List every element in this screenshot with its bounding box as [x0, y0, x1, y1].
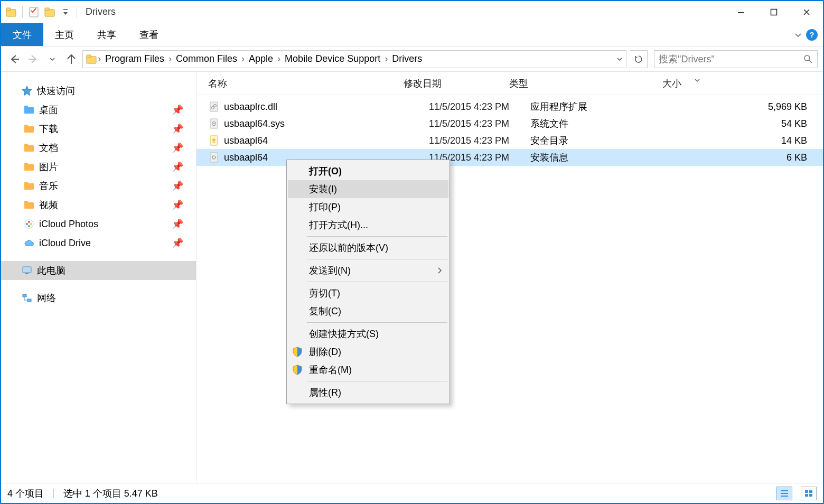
refresh-button[interactable]	[630, 50, 648, 68]
recent-dropdown-icon[interactable]	[44, 51, 60, 67]
folder-icon	[23, 180, 35, 192]
breadcrumb-item[interactable]: Program Files	[102, 53, 167, 64]
file-name: usbaapl64.sys	[224, 118, 404, 129]
chevron-right-icon[interactable]: ›	[383, 53, 389, 64]
menu-print[interactable]: 打印(P)	[288, 198, 448, 216]
sidebar-item-downloads[interactable]: 下载 📌	[1, 119, 196, 138]
menu-rename[interactable]: 重命名(M)	[288, 361, 448, 379]
sidebar-label: iCloud Drive	[39, 238, 91, 249]
forward-button[interactable]	[25, 51, 41, 67]
details-view-button[interactable]	[776, 487, 792, 500]
sidebar-label: 桌面	[39, 104, 58, 116]
menu-open[interactable]: 打开(O)	[288, 162, 448, 180]
file-type: 安全目录	[509, 134, 662, 147]
menu-separator	[307, 236, 447, 237]
breadcrumb-item[interactable]: Common Files	[173, 53, 240, 64]
sidebar-this-pc[interactable]: 此电脑	[1, 261, 196, 280]
pin-icon: 📌	[172, 123, 183, 135]
svg-rect-6	[738, 12, 744, 13]
svg-rect-31	[27, 299, 31, 302]
pin-icon: 📌	[172, 199, 183, 211]
tab-file[interactable]: 文件	[1, 23, 43, 46]
file-name: usbaaplrc.dll	[224, 101, 404, 113]
up-button[interactable]	[63, 51, 79, 67]
file-row[interactable]: usbaapl64.sys 11/5/2015 4:23 PM 系统文件 54 …	[196, 115, 823, 132]
sidebar-item-music[interactable]: 音乐 📌	[1, 176, 196, 195]
breadcrumb-item[interactable]: Mobile Device Support	[282, 53, 383, 64]
svg-rect-45	[805, 490, 808, 493]
menu-properties[interactable]: 属性(R)	[288, 384, 448, 402]
tab-share[interactable]: 共享	[86, 23, 128, 46]
menu-copy[interactable]: 复制(C)	[288, 302, 448, 320]
column-name[interactable]: 名称	[208, 77, 404, 90]
address-dropdown-icon[interactable]	[616, 56, 623, 62]
sidebar-quick-access[interactable]: 快速访问	[1, 81, 196, 100]
menu-send-to[interactable]: 发送到(N)	[288, 262, 448, 279]
tab-view[interactable]: 查看	[128, 23, 170, 46]
sidebar-item-desktop[interactable]: 桌面 📌	[1, 100, 196, 119]
cat-file-icon	[208, 135, 220, 146]
svg-point-25	[30, 223, 32, 225]
svg-rect-9	[87, 55, 91, 58]
status-bar: 4 个项目 | 选中 1 个项目 5.47 KB	[1, 483, 823, 503]
qat-dropdown-icon[interactable]	[58, 3, 73, 22]
chevron-right-icon[interactable]: ›	[276, 53, 282, 64]
folder-icon	[23, 104, 35, 116]
sidebar-label: 文档	[39, 142, 58, 154]
svg-rect-20	[24, 182, 28, 184]
sidebar-label: 网络	[37, 292, 56, 304]
sort-indicator-icon	[694, 78, 700, 82]
tab-home[interactable]: 主页	[43, 23, 86, 46]
new-folder-qat-icon[interactable]	[42, 3, 58, 22]
sidebar-item-videos[interactable]: 视频 📌	[1, 195, 196, 214]
minimize-button[interactable]	[725, 2, 757, 23]
chevron-right-icon[interactable]: ›	[97, 53, 102, 64]
thumbnails-view-button[interactable]	[801, 487, 817, 500]
menu-cut[interactable]: 剪切(T)	[288, 284, 448, 302]
svg-point-27	[26, 223, 28, 225]
svg-rect-40	[210, 153, 218, 162]
sidebar-item-icloud-drive[interactable]: iCloud Drive 📌	[1, 234, 196, 253]
sidebar-label: 下载	[39, 123, 58, 135]
address-bar[interactable]: › Program Files › Common Files › Apple ›…	[82, 50, 626, 68]
chevron-right-icon[interactable]: ›	[240, 53, 246, 64]
back-button[interactable]	[6, 51, 22, 67]
close-button[interactable]	[790, 2, 823, 23]
ribbon-expand-icon[interactable]	[794, 31, 802, 39]
maximize-button[interactable]	[757, 2, 790, 23]
pin-icon: 📌	[172, 237, 183, 249]
quick-access-toolbar	[3, 3, 80, 22]
navigation-bar: › Program Files › Common Files › Apple ›…	[1, 46, 823, 72]
column-type[interactable]: 类型	[509, 77, 662, 90]
sidebar-label: 音乐	[39, 180, 58, 192]
cloud-icon	[23, 237, 35, 249]
menu-restore[interactable]: 还原以前的版本(V)	[288, 239, 448, 257]
breadcrumb-item[interactable]: Drivers	[389, 53, 425, 64]
menu-delete[interactable]: 删除(D)	[288, 343, 448, 361]
sidebar-network[interactable]: 网络	[1, 288, 196, 307]
svg-rect-1	[6, 8, 11, 11]
column-size[interactable]: 大小	[662, 77, 823, 90]
sidebar-label: 此电脑	[37, 264, 65, 277]
file-row[interactable]: usbaaplrc.dll 11/5/2015 4:23 PM 应用程序扩展 5…	[196, 98, 823, 115]
help-button[interactable]: ?	[806, 29, 818, 41]
sidebar-item-icloud-photos[interactable]: iCloud Photos 📌	[1, 214, 196, 234]
chevron-right-icon[interactable]: ›	[167, 53, 173, 64]
file-row[interactable]: usbaapl64 11/5/2015 4:23 PM 安全目录 14 KB	[196, 132, 823, 149]
svg-point-24	[28, 221, 30, 223]
menu-open-with[interactable]: 打开方式(H)...	[288, 216, 448, 234]
app-icon[interactable]	[3, 3, 19, 22]
search-input[interactable]: 搜索"Drivers"	[654, 50, 818, 68]
properties-qat-icon[interactable]	[26, 3, 42, 22]
sidebar-item-pictures[interactable]: 图片 📌	[1, 157, 196, 176]
menu-separator	[307, 381, 447, 381]
breadcrumb-item[interactable]: Apple	[246, 53, 276, 64]
column-date[interactable]: 修改日期	[404, 77, 509, 90]
svg-point-10	[804, 55, 810, 61]
menu-separator	[307, 259, 447, 259]
folder-icon	[23, 123, 35, 135]
menu-install[interactable]: 安装(I)	[288, 180, 448, 198]
menu-shortcut[interactable]: 创建快捷方式(S)	[288, 325, 448, 343]
sidebar-item-documents[interactable]: 文档 📌	[1, 138, 196, 157]
file-size: 14 KB	[662, 135, 823, 146]
